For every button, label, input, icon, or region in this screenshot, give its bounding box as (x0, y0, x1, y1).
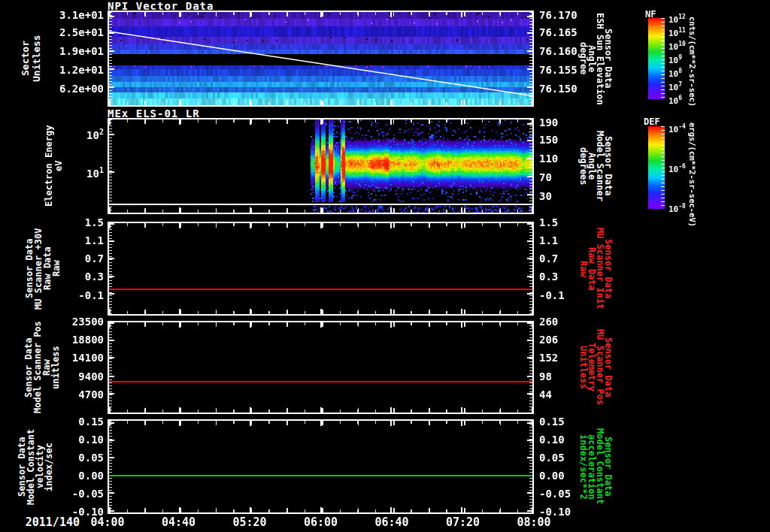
y-axis-tick-label: 6.2e+00 (59, 83, 104, 95)
right-axis-tick-label: 76.170 (539, 9, 578, 21)
axis-major-tick (250, 12, 251, 17)
axis-major-tick (109, 171, 114, 173)
axis-major-tick (179, 421, 180, 426)
axis-major-tick (109, 357, 114, 358)
y-minor-ticks-left (109, 421, 112, 512)
axis-major-tick (527, 50, 532, 52)
axis-major-tick (527, 32, 532, 34)
def-colorbar-title: DEF (644, 116, 660, 127)
axis-major-tick (179, 223, 180, 228)
scanner-pos-panel (108, 321, 534, 414)
axis-major-tick (461, 507, 462, 512)
axis-major-tick (390, 309, 392, 314)
right-axis-tick-label: 110 (539, 153, 558, 165)
y-minor-ticks-right (529, 322, 532, 413)
axis-major-tick (320, 119, 322, 125)
axis-major-tick (527, 340, 532, 341)
axis-major-tick (390, 12, 392, 17)
data-line (109, 475, 532, 476)
data-line (109, 381, 532, 382)
axis-major-tick (109, 134, 114, 135)
axis-major-tick (532, 119, 533, 125)
x-axis-date-label: 2011/140 (14, 515, 80, 529)
axis-major-tick (109, 240, 114, 242)
els-spectrogram-canvas (109, 119, 532, 213)
axis-major-tick (179, 309, 180, 314)
axis-major-tick (527, 176, 532, 177)
right-axis-tick-label: 1.1 (539, 234, 558, 246)
nf-colorbar (648, 18, 665, 99)
axis-major-tick (250, 421, 251, 426)
colorbar-tick-label: 10-6 (668, 163, 686, 174)
x-axis-tick-label: 08:00 (508, 515, 560, 529)
right-axis-title-scanner-telemetry: Sensor Data MU Scanner Pos Telemetry Uni… (579, 321, 612, 414)
axis-major-tick (109, 492, 114, 494)
axis-major-tick (250, 223, 251, 228)
right-axis-tick-label: 70 (539, 171, 552, 183)
y-axis-tick-label: 1.2e+01 (59, 64, 104, 76)
right-axis-tick-label: -0.1 (539, 289, 565, 301)
colorbar-tick-label: 10-8 (668, 203, 686, 214)
colorbar-tick-label: 1012 (668, 14, 686, 25)
y-axis-tick-label: -0.05 (72, 488, 104, 500)
axis-major-tick (109, 276, 114, 277)
axis-major-tick (250, 207, 251, 213)
axis-major-tick (179, 207, 180, 213)
axis-major-tick (390, 100, 392, 105)
axis-major-tick (532, 322, 533, 328)
y-axis-title-model-constant: Sensor Data Model Constant velocity inde… (17, 419, 53, 514)
npi-heatmap-panel (108, 11, 534, 107)
axis-major-tick (179, 407, 180, 413)
y-axis-tick-label: 0.05 (78, 452, 104, 464)
y-axis-title-scanner-pos: Sensor Data Model Scanner Pos Raw unitle… (24, 321, 60, 414)
axis-major-tick (532, 223, 533, 228)
axis-major-tick (109, 322, 111, 328)
y-axis-tick-label: 14100 (72, 352, 104, 364)
axis-major-tick (461, 12, 462, 17)
y-axis-tick-label: 0.15 (78, 416, 104, 428)
axis-major-tick (527, 194, 532, 195)
right-axis-tick-label: -0.05 (539, 488, 571, 500)
axis-major-tick (109, 440, 114, 441)
axis-major-tick (250, 322, 251, 328)
y-axis-tick-label: 18800 (72, 334, 104, 346)
axis-major-tick (390, 322, 392, 328)
axis-major-tick (320, 309, 322, 314)
y-axis-tick-label: 4700 (78, 388, 104, 401)
right-axis-tick-label: 1.5 (539, 216, 558, 228)
right-axis-tick-label: 206 (539, 334, 558, 346)
def-colorbar (648, 126, 665, 209)
axis-major-tick (390, 223, 392, 228)
axis-major-tick (109, 50, 114, 52)
axis-major-tick (527, 158, 532, 159)
axis-major-tick (320, 100, 322, 105)
axis-major-tick (527, 68, 532, 70)
axis-major-tick (390, 407, 392, 413)
axis-major-tick (527, 376, 532, 377)
right-axis-tick-label: 0.15 (539, 416, 565, 428)
els-spectrogram-panel (108, 118, 534, 214)
axis-major-tick (109, 119, 111, 125)
right-axis-tick-label: 76.165 (539, 26, 578, 38)
right-axis-tick-label: 260 (539, 316, 558, 328)
y-axis-title-els: Electron Energy eV (44, 118, 64, 214)
axis-major-tick (461, 407, 462, 413)
y-axis-tick-label: 3.1e+01 (59, 9, 104, 21)
axis-major-tick (320, 207, 322, 213)
axis-major-tick (109, 86, 114, 88)
y-axis-tick-label: -0.1 (78, 289, 104, 301)
x-axis-tick-label: 05:20 (223, 515, 276, 529)
axis-major-tick (320, 322, 322, 328)
axis-major-tick (461, 100, 462, 105)
colorbar-tick-label: 10-4 (668, 123, 686, 135)
right-axis-title-scanner-angle: Sensor Data Model Scanner Angle degrees (579, 118, 612, 214)
axis-major-tick (390, 119, 392, 125)
axis-major-tick (109, 223, 111, 228)
axis-major-tick (532, 309, 533, 314)
axis-major-tick (390, 207, 392, 213)
right-axis-tick-label: 98 (539, 370, 552, 382)
axis-major-tick (250, 119, 251, 125)
right-axis-tick-label: 0.3 (539, 271, 558, 283)
right-axis-tick-label: 76.160 (539, 45, 578, 57)
y-axis-tick-label: 2.5e+01 (59, 26, 104, 38)
